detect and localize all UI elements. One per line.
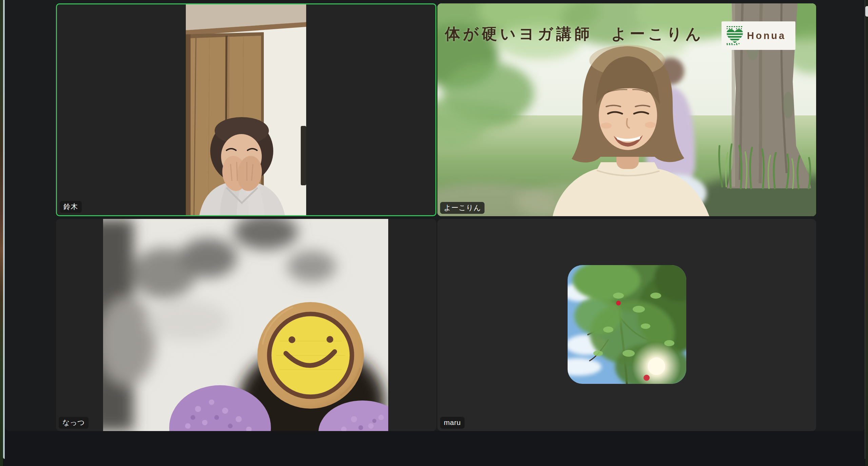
participant-name-badge: maru [440, 417, 465, 429]
honua-brand-text: Honua [747, 30, 786, 41]
smiley-face-sign [257, 302, 364, 409]
nattsu-video-feed [103, 219, 388, 431]
video-tile-yokorin[interactable]: 体が硬いヨガ講師 よーこりん [437, 3, 816, 216]
virtual-background-banner: 体が硬いヨガ講師 よーこりん [445, 24, 704, 44]
nattsu-video-scene [103, 219, 388, 431]
honua-heart-icon [726, 26, 744, 45]
meeting-bottom-bar [5, 431, 865, 466]
participant-name-badge: 鈴木 [60, 201, 82, 213]
participant-name-badge: なっつ [59, 417, 88, 429]
window-border-right [865, 0, 865, 459]
video-tile-nattsu[interactable]: なっつ [56, 219, 436, 431]
participant-name-badge: よーこりん [440, 202, 485, 214]
window-scroll-handle[interactable] [865, 6, 868, 17]
zoom-meeting-window: 鈴木 [0, 0, 868, 466]
window-border-left [3, 0, 5, 459]
maru-avatar-image [568, 265, 686, 384]
suzuki-video-feed [186, 4, 306, 215]
suzuki-video-scene [186, 4, 306, 215]
video-tile-maru[interactable]: maru [437, 219, 816, 431]
desktop-wallpaper-edge-right [865, 0, 868, 466]
honua-logo-card: Honua [722, 21, 795, 50]
video-gallery: 鈴木 [5, 0, 865, 431]
video-tile-suzuki[interactable]: 鈴木 [56, 3, 436, 216]
desktop-wallpaper-edge-left [0, 0, 3, 466]
